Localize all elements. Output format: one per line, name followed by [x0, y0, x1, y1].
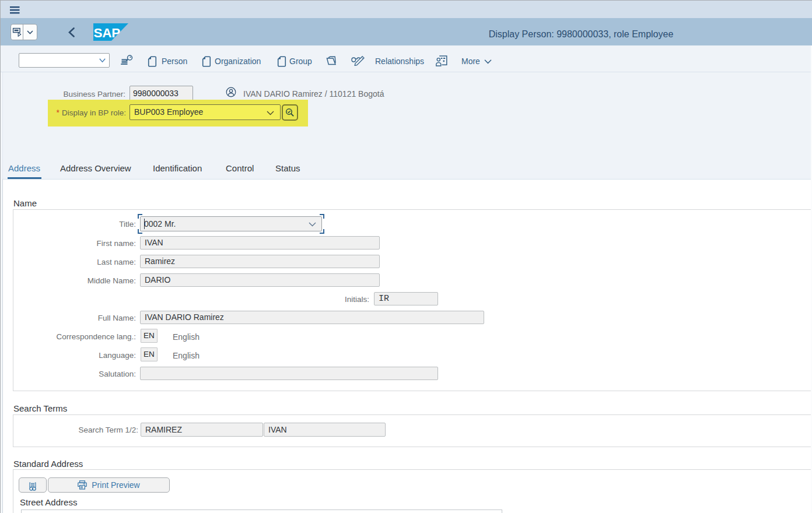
- svg-text:SAP: SAP: [94, 26, 121, 40]
